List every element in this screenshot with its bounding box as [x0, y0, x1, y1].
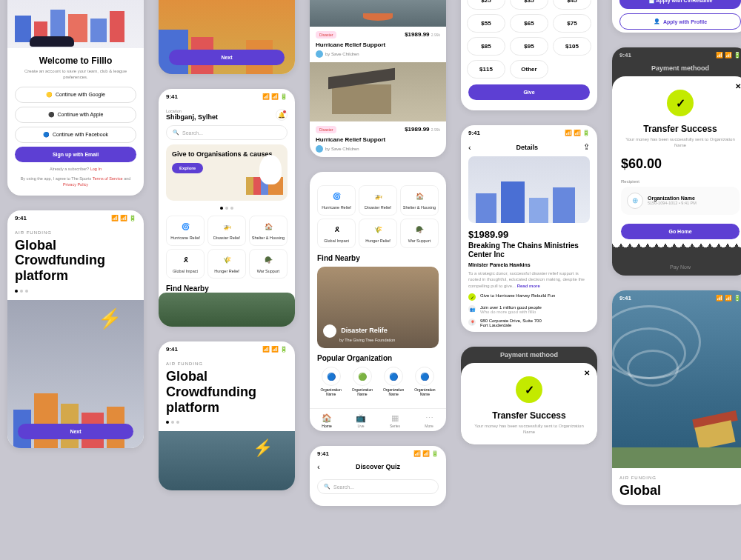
popular-org-header: Popular Organization — [317, 354, 439, 362]
category-war-support[interactable]: 🪖War Support — [400, 219, 439, 249]
apply-cv-button[interactable]: 📄 Apply with CV/Resume — [619, 0, 741, 9]
category-icon: 🎗 — [330, 224, 342, 236]
details-description: To a strategic donor, successful disaste… — [461, 270, 597, 293]
amount-option[interactable]: $115 — [467, 60, 505, 79]
already-subscriber-text: Already a subscriber? Log In — [15, 167, 136, 173]
category-disaster-relief[interactable]: 🚁Disaster Relief — [207, 216, 246, 246]
details-illustration — [468, 156, 590, 223]
city-illustration — [7, 0, 144, 48]
continue-facebook-button[interactable]: 🔵 Continue with Facebook — [15, 127, 136, 143]
category-shelter-housing[interactable]: 🏠Shelter & Housing — [249, 216, 288, 246]
home-icon: 🏠 — [310, 413, 344, 423]
close-button[interactable]: ✕ — [584, 369, 590, 377]
org-item[interactable]: 🔵Organization Name — [380, 367, 408, 396]
category-icon: 🏠 — [262, 221, 274, 233]
category-icon: 🌾 — [221, 254, 233, 266]
amount-option[interactable]: $25 — [467, 0, 505, 10]
banner-dots — [166, 207, 288, 210]
details-price: $1989.99 — [461, 223, 597, 241]
share-button[interactable]: ⇪ — [583, 142, 590, 152]
category-global-impact[interactable]: 🎗Global Impact — [166, 249, 205, 279]
category-hurricane-relief[interactable]: 🌀Hurricane Relief — [166, 216, 205, 246]
tab-series[interactable]: ▦Series — [378, 413, 412, 428]
discover-search-input[interactable]: 🔍 Search... — [317, 479, 439, 494]
tab-home[interactable]: 🏠Home — [310, 413, 344, 428]
lightning-icon: ⚡ — [98, 307, 122, 330]
category-global-impact[interactable]: 🎗Global Impact — [317, 219, 356, 249]
card-org: by Save Children — [316, 50, 440, 58]
category-icon: 🪖 — [262, 254, 274, 266]
org-item[interactable]: 🔵Organization Name — [317, 367, 345, 396]
discover-quiz-screen: 9:41📶 📶 🔋 ‹ Discover Quiz 🔍 Search... — [310, 446, 446, 506]
hero-screen-2: 9:41📶 📶 🔋 AIR FUNDING Global Crowdfundin… — [159, 341, 295, 490]
read-more-link[interactable]: Read more — [517, 284, 540, 288]
notifications-button[interactable]: 🔔 — [276, 109, 288, 121]
tab-more[interactable]: ⋯More — [412, 413, 446, 428]
card-price: $1989.99 2.99k — [405, 31, 440, 38]
card-title: Hurricane Relief Support — [316, 41, 440, 48]
amount-option[interactable]: $55 — [467, 14, 505, 33]
document-icon: 📄 — [648, 0, 655, 3]
back-button[interactable]: ‹ — [468, 143, 471, 152]
location-value[interactable]: Shibganj, Sylhet — [166, 113, 218, 121]
tab-live[interactable]: 📺Live — [344, 413, 378, 428]
category-hunger-relief[interactable]: 🌾Hunger Relief — [359, 219, 397, 249]
category-hunger-relief[interactable]: 🌾Hunger Relief — [207, 249, 246, 279]
terms-link[interactable]: Terms of Service — [93, 176, 123, 181]
close-button[interactable]: ✕ — [735, 82, 741, 90]
pay-now-link[interactable]: Pay Now — [612, 263, 741, 276]
payment-success-modal-2: Payment methood ✕ ✓ Transfer Success You… — [461, 347, 597, 444]
org-item[interactable]: 🔵Organization Name — [411, 367, 439, 396]
amount-option[interactable]: $75 — [553, 14, 591, 33]
disaster-card-2-image[interactable] — [310, 62, 446, 121]
amount-option[interactable]: $45 — [553, 0, 591, 10]
category-icon: 🌀 — [330, 190, 342, 202]
category-disaster-relief[interactable]: 🚁Disaster Relief — [359, 185, 397, 216]
back-button[interactable]: ‹ — [317, 462, 320, 471]
amount-option[interactable]: $35 — [510, 0, 548, 10]
onboarding-welcome-screen: Welcome to Filllo Create an account to s… — [7, 0, 144, 196]
more-icon: ⋯ — [412, 413, 446, 423]
login-link[interactable]: Log In — [90, 167, 102, 171]
org-item[interactable]: 🟢Organization Name — [348, 367, 376, 396]
category-hurricane-relief[interactable]: 🌀Hurricane Relief — [317, 185, 356, 216]
welcome-subtitle: Create an account to save your team, clu… — [15, 69, 136, 81]
status-icons: 📶 📶 🔋 — [111, 215, 136, 221]
give-button[interactable]: Give — [468, 84, 590, 100]
amount-option[interactable]: $85 — [467, 37, 505, 56]
people-icon: 👥 — [468, 305, 476, 313]
privacy-link[interactable]: Privacy Policy — [63, 182, 88, 187]
disaster-list-screen: Disaster $1989.99 2.99k Hurricane Relief… — [310, 0, 446, 157]
org-avatar-icon — [323, 324, 336, 338]
apply-profile-button[interactable]: 👤 Apply with Profile — [619, 13, 741, 30]
category-shelter-housing[interactable]: 🏠Shelter & Housing — [400, 185, 439, 216]
next-button-2[interactable]: Next — [169, 50, 285, 65]
live-icon: 📺 — [344, 413, 378, 423]
signup-email-button[interactable]: Sign up with Email — [15, 147, 136, 162]
org-logo-icon: 🟢 — [353, 367, 372, 386]
amount-option[interactable]: $95 — [510, 37, 548, 56]
org-avatar-icon — [316, 50, 323, 58]
amount-option[interactable]: $105 — [553, 37, 591, 56]
status-time: 9:41 — [15, 215, 27, 221]
category-icon: 🚁 — [372, 190, 384, 202]
go-home-button[interactable]: Go Home — [621, 224, 740, 239]
amount-option[interactable]: $65 — [510, 14, 548, 33]
disaster-card-1-image[interactable] — [310, 0, 446, 27]
category-war-support[interactable]: 🪖War Support — [249, 249, 288, 279]
pin-icon: 📍 — [468, 319, 476, 326]
series-icon: ▦ — [378, 413, 412, 423]
search-input[interactable]: 🔍 Search... — [166, 125, 288, 140]
explore-button[interactable]: Explore — [172, 163, 203, 173]
org-logo-icon: 🔵 — [322, 367, 341, 386]
nearby-disaster-card[interactable]: Disaster Relife by The Giving Tree Found… — [317, 267, 439, 348]
category-icon: 🪖 — [413, 224, 425, 236]
nearby-preview-image[interactable] — [159, 293, 295, 327]
amount-option[interactable]: Other — [510, 60, 548, 79]
category-icon: 🚁 — [221, 221, 233, 233]
continue-google-button[interactable]: 🟡 Continue with Google — [15, 87, 136, 103]
welcome-title: Welcome to Filllo — [15, 56, 136, 66]
next-button[interactable]: Next — [18, 424, 133, 439]
page-dots — [15, 290, 136, 293]
continue-apple-button[interactable]: ⚫ Continue with Apple — [15, 107, 136, 123]
